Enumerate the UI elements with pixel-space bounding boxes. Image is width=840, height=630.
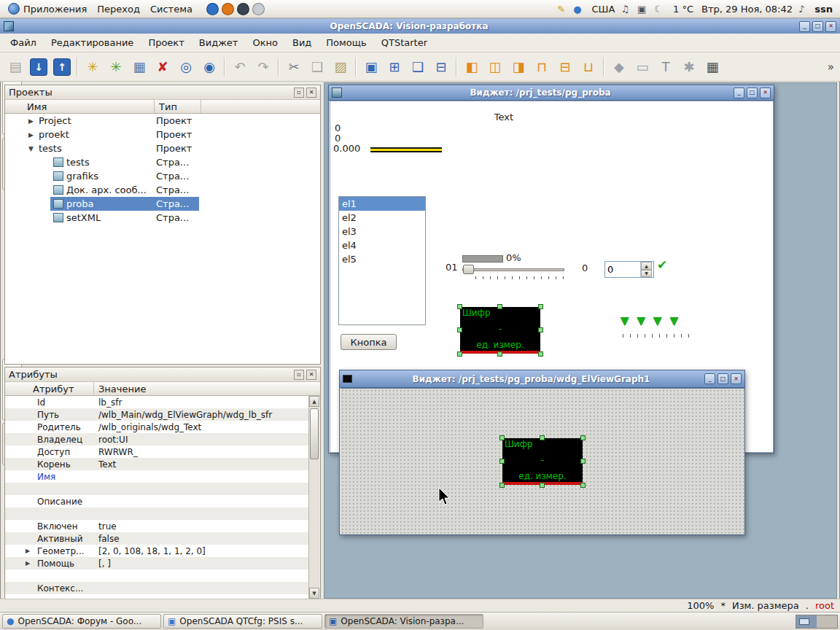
list-item[interactable]: el5	[339, 252, 425, 266]
im-status-icon[interactable]: ●	[573, 4, 583, 15]
selection-handle[interactable]	[540, 435, 545, 440]
selection-handle[interactable]	[580, 459, 586, 464]
selection-handle[interactable]	[499, 459, 505, 464]
panel-menu[interactable]: Приложения	[3, 1, 92, 16]
panel-menu[interactable]: Система	[145, 2, 198, 16]
toolbar-overflow-icon[interactable]: »	[828, 61, 840, 74]
minimize-button[interactable]: _	[799, 21, 810, 32]
display-applet-icon[interactable]: ▣	[637, 4, 648, 15]
tree-expander-icon[interactable]: ▶	[28, 117, 39, 125]
attribute-row[interactable]: Путь /wlb_Main/wdg_ElViewGraph/wdg_lb_sf…	[5, 408, 308, 421]
align-left-icon[interactable]: ◧	[461, 56, 483, 78]
tree-row[interactable]: ▶ Project Проект	[5, 114, 320, 128]
text-field-icon[interactable]: ▭	[631, 56, 653, 78]
graph-window-titlebar[interactable]: Виджет: /prj_tests/pg_proba/wdg_ElViewGr…	[340, 370, 744, 388]
attribute-row[interactable]	[5, 569, 308, 582]
menu-item[interactable]: Окно	[245, 34, 285, 51]
new-widget-icon[interactable]: ✳	[105, 56, 127, 78]
selection-handle[interactable]	[457, 351, 462, 357]
selection-handle[interactable]	[580, 435, 586, 440]
float-button[interactable]: ▫	[294, 370, 304, 380]
weather-applet-icon[interactable]: ☾	[654, 4, 665, 15]
tree-row[interactable]: ▼ tests Проект	[5, 141, 320, 155]
slider-handle[interactable]	[463, 265, 474, 274]
attribute-row[interactable]: ▶ Помощь [, ]	[5, 557, 308, 569]
meter-line-widget[interactable]	[370, 147, 442, 152]
attribute-row[interactable]: Контекс...	[5, 582, 308, 594]
select-mode-icon[interactable]: ◎	[175, 56, 197, 78]
attribute-row[interactable]: Корень Text	[5, 458, 308, 470]
keyboard-layout-indicator[interactable]: США	[590, 4, 615, 15]
attribute-row[interactable]	[5, 508, 308, 520]
run-project-icon[interactable]: ▦	[128, 56, 150, 78]
tree-row[interactable]: tests Стра...	[5, 155, 320, 169]
terminal-launcher[interactable]	[237, 3, 249, 15]
float-button[interactable]: ▫	[294, 88, 304, 98]
attribute-row[interactable]: Активный false	[5, 532, 308, 545]
spin-up-icon[interactable]: ▲	[641, 262, 652, 270]
browser-launcher[interactable]	[206, 3, 219, 15]
widget-library-icon[interactable]: ▣	[360, 56, 382, 78]
list-item[interactable]: el4	[339, 238, 425, 252]
widget-add-icon[interactable]: ⊞	[384, 56, 405, 78]
tree-row[interactable]: ▶ proekt Проект	[5, 128, 320, 141]
list-item[interactable]: el1	[339, 197, 425, 211]
button-widget[interactable]: Кнопка	[341, 334, 397, 350]
menu-item[interactable]: Редактирование	[44, 34, 141, 51]
lower-widget-icon[interactable]: ◆	[608, 56, 630, 78]
notes-applet-icon[interactable]: ✎	[557, 4, 567, 15]
attribute-row[interactable]: Описание	[5, 495, 308, 508]
menu-item[interactable]: Проект	[141, 34, 191, 51]
menu-item[interactable]: Вид	[285, 34, 319, 51]
sel-handle[interactable]	[538, 351, 543, 357]
text-widget[interactable]: Text	[478, 112, 529, 122]
list-item[interactable]: el3	[339, 225, 425, 238]
user-switcher[interactable]: ssn	[812, 4, 833, 15]
attr-expander-icon[interactable]: ▶	[26, 560, 37, 567]
value-widget[interactable]: 0	[335, 133, 341, 144]
column-header[interactable]: Имя	[5, 100, 155, 113]
selection-handle[interactable]	[497, 304, 502, 309]
db-load-icon[interactable]: ↓	[30, 58, 47, 76]
spin-down-icon[interactable]: ▼	[641, 270, 652, 278]
cipher-widget[interactable]: Шифр - ед. измер.	[502, 438, 583, 485]
notes-launcher[interactable]	[252, 3, 265, 15]
grid-icon[interactable]: ▦	[701, 56, 723, 78]
cut-icon[interactable]: ✂	[283, 56, 305, 78]
maximize-button[interactable]: □	[718, 373, 728, 384]
menu-item[interactable]: QTStarter	[374, 34, 435, 51]
workspace-1[interactable]	[796, 615, 817, 628]
selection-handle[interactable]	[538, 327, 543, 332]
attribute-row[interactable]: Имя	[5, 470, 308, 483]
attribute-row[interactable]: ▶ Геометр... [2, 0, 108, 18, 1, 1, 2, 0]	[5, 545, 308, 557]
tree-row[interactable]: grafiks Стра...	[5, 169, 320, 183]
scroll-up-icon[interactable]: ▲	[309, 396, 319, 407]
paste-icon[interactable]: ▨	[330, 56, 351, 78]
selection-handle[interactable]	[497, 351, 502, 357]
volume-applet-icon[interactable]: ♫	[621, 4, 631, 15]
value-widget[interactable]: 0.000	[333, 143, 360, 154]
tree-expander-icon[interactable]: ▼	[28, 145, 39, 152]
close-button[interactable]: ✕	[731, 373, 742, 384]
delete-icon[interactable]: ✘	[152, 56, 174, 78]
align-bottom-icon[interactable]: ⊔	[578, 56, 599, 78]
redo-icon[interactable]: ↷	[252, 56, 274, 78]
spinbox-widget[interactable]: ▲ ▼	[604, 261, 654, 278]
tree-row[interactable]: setXML Стра...	[5, 211, 320, 225]
app-launcher[interactable]	[222, 3, 234, 15]
selection-handle[interactable]	[538, 304, 543, 309]
widget-link-icon[interactable]: ⊟	[430, 56, 452, 78]
column-header[interactable]: Тип	[155, 100, 201, 113]
close-button[interactable]: ✕	[306, 88, 316, 98]
slider-groove[interactable]	[462, 268, 564, 271]
selection-handle[interactable]	[580, 483, 586, 488]
widget-copy-icon[interactable]: ❑	[407, 56, 429, 78]
list-item[interactable]: el2	[339, 211, 425, 225]
tree-row[interactable]: Док. арх. сооб... Стра...	[5, 183, 320, 197]
attribute-row[interactable]: Доступ RWRWR_	[5, 446, 308, 458]
close-button[interactable]: ✕	[825, 21, 836, 32]
minimize-button[interactable]: _	[704, 373, 715, 384]
temperature-indicator[interactable]: 1 °C	[671, 4, 693, 15]
spinbox-input[interactable]	[605, 262, 640, 277]
new-project-icon[interactable]: ✳	[82, 56, 104, 78]
